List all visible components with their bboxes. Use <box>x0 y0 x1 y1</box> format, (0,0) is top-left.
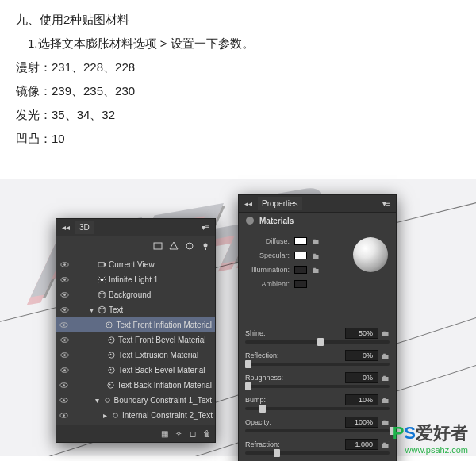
slider-knob[interactable] <box>245 382 251 390</box>
texture-picker-icon[interactable]: 🖿 <box>312 252 320 259</box>
svg-point-42 <box>246 217 254 225</box>
svg-point-41 <box>113 413 118 418</box>
layer-label: Internal Constraint 2_Text <box>122 411 213 420</box>
diffuse-swatch[interactable] <box>294 237 307 245</box>
trash-icon[interactable]: 🗑 <box>202 429 212 439</box>
disclosure-icon[interactable]: ▾ <box>95 396 101 405</box>
texture-picker-icon[interactable]: 🖿 <box>382 418 390 426</box>
slider-value[interactable]: 1.000 <box>345 439 378 450</box>
layer-row[interactable]: Current View <box>56 257 215 272</box>
slider-track[interactable] <box>245 407 390 410</box>
new-layer-icon[interactable]: ◻ <box>188 429 198 439</box>
visibility-icon[interactable] <box>60 351 69 360</box>
texture-picker-icon[interactable]: 🖿 <box>382 329 390 337</box>
panel-menu-icon[interactable]: ▾≡ <box>382 199 391 209</box>
layer-type-icon <box>111 411 120 420</box>
slider-track[interactable] <box>245 385 390 388</box>
properties-subheader: Materials <box>239 213 396 229</box>
svg-point-26 <box>109 352 114 358</box>
param-bump: 凹凸：10 <box>16 127 460 151</box>
texture-picker-icon[interactable]: 🖿 <box>382 396 390 404</box>
svg-point-33 <box>63 384 65 386</box>
layer-type-icon <box>98 305 106 314</box>
texture-picker-icon[interactable]: 🖿 <box>312 237 320 245</box>
visibility-icon[interactable] <box>60 275 69 285</box>
texture-picker-icon[interactable]: 🖿 <box>382 374 390 382</box>
filter-material-icon[interactable] <box>185 241 194 251</box>
layer-row[interactable]: Background <box>56 287 215 302</box>
slider-knob[interactable] <box>245 360 251 368</box>
specular-swatch[interactable] <box>294 252 307 259</box>
visibility-icon[interactable] <box>60 396 68 405</box>
svg-point-15 <box>63 309 66 311</box>
layer-type-icon <box>105 321 113 329</box>
svg-rect-4 <box>205 248 206 250</box>
texture-picker-icon[interactable]: 🖿 <box>382 440 390 448</box>
layer-row[interactable]: Text Back Bevel Material <box>56 363 215 378</box>
slider-track[interactable] <box>245 451 390 455</box>
slider-knob[interactable] <box>259 405 266 413</box>
ambient-swatch[interactable] <box>294 280 307 288</box>
slider-track[interactable] <box>245 340 390 344</box>
slider-track[interactable] <box>245 363 390 366</box>
layer-type-icon <box>107 336 116 344</box>
filter-mesh-icon[interactable] <box>169 241 178 251</box>
disclosure-icon[interactable]: ▸ <box>103 411 109 420</box>
panel-3d-header[interactable]: ◂◂ 3D ▾≡ <box>56 219 215 236</box>
slider-value[interactable]: 100% <box>345 417 378 428</box>
layer-row[interactable]: Text Front Inflation Material <box>56 317 215 332</box>
slider-value[interactable]: 0% <box>345 372 378 383</box>
filter-scene-icon[interactable] <box>153 241 163 251</box>
article-text: 九、使用2种贴图材料 1.选择文本膨胀材料选项 > 设置一下参数。 漫射：231… <box>0 0 476 159</box>
visibility-icon[interactable] <box>60 366 69 375</box>
layer-row[interactable]: Text Back Inflation Material <box>56 378 215 393</box>
slider-value[interactable]: 50% <box>345 328 378 339</box>
slider-value[interactable]: 10% <box>345 394 378 405</box>
visibility-icon[interactable] <box>60 290 69 300</box>
collapse-icon[interactable]: ◂◂ <box>244 199 253 209</box>
tab-properties[interactable]: Properties <box>258 197 302 210</box>
param-mirror: 镜像：239、235、230 <box>16 79 460 103</box>
layer-row[interactable]: Text Extrusion Material <box>56 348 215 363</box>
render-icon[interactable]: ▦ <box>159 429 169 439</box>
slider-label: Refraction: <box>245 440 280 448</box>
svg-point-22 <box>109 337 114 343</box>
layer-label: Text Front Bevel Material <box>118 336 206 344</box>
visibility-icon[interactable] <box>60 305 69 315</box>
svg-point-18 <box>106 322 112 328</box>
visibility-icon[interactable] <box>60 336 69 345</box>
layer-row[interactable]: Infinite Light 1 <box>56 272 215 287</box>
slider-knob[interactable] <box>274 449 280 457</box>
layer-row[interactable]: ▾Boundary Constraint 1_Text <box>56 393 215 408</box>
slider-track[interactable] <box>245 429 390 432</box>
ambient-label: Ambient: <box>245 280 290 288</box>
layer-type-icon <box>103 396 112 405</box>
layer-row[interactable]: Text Front Bevel Material <box>56 332 215 348</box>
tab-3d[interactable]: 3D <box>75 221 94 234</box>
slider-value[interactable]: 0% <box>345 350 378 361</box>
texture-picker-icon[interactable]: 🖿 <box>382 352 390 359</box>
visibility-icon[interactable] <box>60 411 68 421</box>
material-preview-sphere[interactable] <box>353 237 388 272</box>
slider-reflection: Reflection:0%🖿 <box>245 350 390 366</box>
slider-refraction: Refraction:1.000🖿 <box>245 439 390 455</box>
texture-picker-icon[interactable]: 🖿 <box>312 266 320 274</box>
layer-label: Text Extrusion Material <box>118 351 198 359</box>
slider-knob[interactable] <box>317 338 324 346</box>
diffuse-label: Diffuse: <box>245 237 290 245</box>
visibility-icon[interactable] <box>60 381 68 390</box>
layer-type-icon <box>98 290 106 299</box>
collapse-icon[interactable]: ◂◂ <box>61 223 71 232</box>
panel-menu-icon[interactable]: ▾≡ <box>201 223 210 232</box>
visibility-icon[interactable] <box>60 260 69 270</box>
new-light-icon[interactable]: ✧ <box>174 429 183 439</box>
layer-label: Text Back Bevel Material <box>118 366 205 375</box>
layer-row[interactable]: ▾Text <box>56 302 215 317</box>
panel-properties-header[interactable]: ◂◂ Properties ▾≡ <box>239 195 396 213</box>
visibility-icon[interactable] <box>60 321 68 330</box>
filter-light-icon[interactable] <box>201 241 210 251</box>
disclosure-icon[interactable]: ▾ <box>90 305 95 314</box>
illumination-swatch[interactable] <box>294 266 307 274</box>
slider-label: Shine: <box>245 329 266 337</box>
layer-row[interactable]: ▸Internal Constraint 2_Text <box>56 408 215 423</box>
